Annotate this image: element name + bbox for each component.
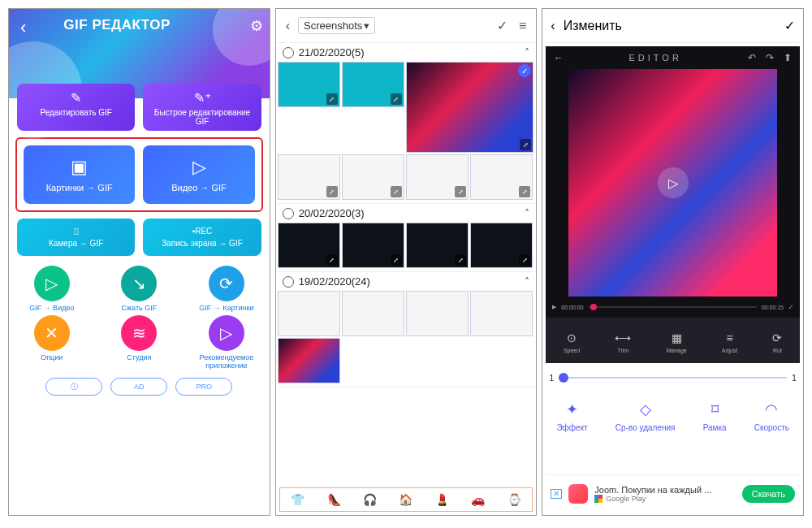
editor-title: EDITOR [629,53,682,63]
ed-tool-speed[interactable]: ⊙Speed [564,331,580,353]
emoji-watch[interactable]: ⌚ [508,493,521,506]
folder-dropdown[interactable]: Screenshots ▾ [298,17,375,34]
editor-back-icon[interactable]: ← [554,53,563,63]
time-start: 00:00:00 [561,305,583,310]
settings-icon[interactable]: ⚙ [250,17,263,35]
screenrec-to-gif-card[interactable]: ▪REC Запись экрана → GIF [143,219,261,256]
thumbnail[interactable]: ⤢ [342,223,404,268]
chevron-up-icon[interactable]: ˄ [525,276,529,288]
timeline[interactable]: ▶ 00:00:00 00:00:15 ⤢ [546,296,800,318]
thumbnail-selected[interactable]: ✓⤢ [406,62,533,153]
ed-tool-manage[interactable]: ▦Manage [666,331,686,353]
pen-icon: ✎ [71,90,81,106]
back-icon[interactable]: ‹ [283,15,293,37]
video-to-gif-card[interactable]: ▷ Видео → GIF [143,145,254,204]
images-to-gif-card[interactable]: ▣ Картинки → GIF [24,145,135,204]
thumbnail[interactable]: ⤢ [342,154,404,200]
category-emoji-bar[interactable]: 👕 👠 🎧 🏠 💄 🚗 ⌚ [279,487,533,512]
time-end: 00:00:15 [762,305,784,310]
select-all-radio[interactable] [283,208,294,219]
circle-gif-to-images[interactable]: ⟳GIF → Картинки [185,266,268,312]
frame-icon: ⌑ [711,400,719,418]
thumbnail[interactable] [278,338,340,383]
ad-banner[interactable]: ✕ Joom. Покупки на каждый ... Google Pla… [546,474,800,512]
quick-edit-gif-card[interactable]: ✎⁺ Быстрое редактирование GIF [143,84,261,131]
circle-gif-to-video[interactable]: ▷GIF → Видео [11,266,93,312]
slider-track[interactable] [559,377,786,379]
select-all-radio[interactable] [283,47,294,58]
circle-recommended[interactable]: ▷Рекомендуемое приложение [185,315,268,370]
expand-icon[interactable]: ⤢ [391,254,402,266]
expand-icon[interactable]: ⤢ [519,186,530,197]
expand-icon[interactable]: ⤢ [391,186,402,197]
ed-tool-trim[interactable]: ⟷Trim [615,331,631,353]
thumbnail[interactable] [406,291,469,336]
tool-frame[interactable]: ⌑Рамка [703,400,727,432]
ed-tool-rotate[interactable]: ⟳Rot [772,331,782,353]
back-icon[interactable]: ‹ [551,19,555,33]
chevron-up-icon[interactable]: ˄ [525,208,529,219]
circle-compress-gif[interactable]: ↘Сжать GIF [98,266,181,312]
thumbnail[interactable]: ⤢ [470,154,533,200]
redo-icon[interactable]: ↷ [766,52,774,63]
edit-gif-card[interactable]: ✎ Редактировать GIF [17,84,135,131]
expand-icon[interactable]: ⤢ [519,254,530,266]
expand-icon[interactable]: ⤢ [391,93,402,105]
emoji-lipstick[interactable]: 💄 [435,493,449,506]
info-pill[interactable]: ⓘ [45,378,102,396]
confirm-icon[interactable]: ✓ [784,18,795,33]
back-icon[interactable]: ‹ [15,14,31,41]
emoji-shirt[interactable]: 👕 [291,493,304,506]
filter-icon[interactable]: ≡ [516,15,529,37]
thumbnail[interactable]: ⤢ [278,62,340,107]
frame-slider[interactable]: 1 1 [542,363,803,389]
expand-icon[interactable]: ⤢ [326,254,338,266]
thumbnail[interactable] [470,291,533,336]
play-icon[interactable]: ▶ [552,304,556,310]
confirm-icon[interactable]: ✓ [494,15,511,37]
ad-store: Google Play [606,495,646,503]
ed-tool-adjust[interactable]: ≡Adjust [722,331,737,353]
chevron-up-icon[interactable]: ˄ [525,47,529,58]
circle-options[interactable]: ✕Опции [11,315,93,370]
emoji-headphones[interactable]: 🎧 [363,493,377,506]
image-icon: ▣ [71,157,88,178]
rec-icon: ▪REC [192,227,213,236]
emoji-car[interactable]: 🚗 [471,493,485,506]
expand-icon[interactable]: ⤢ [326,93,338,105]
tool-speed[interactable]: ◠Скорость [754,400,789,432]
play-button[interactable]: ▷ [658,167,689,198]
preview-canvas[interactable]: ▷ [568,69,777,296]
tool-effect[interactable]: ✦Эффект [556,400,587,432]
thumbnail[interactable]: ⤢ [278,223,340,268]
emoji-shoe[interactable]: 👠 [327,493,341,506]
expand-icon[interactable]: ⤢ [520,139,531,150]
thumbnail[interactable]: ⤢ [470,223,533,268]
thumbnail[interactable]: ⤢ [278,154,340,200]
camera-to-gif-card[interactable]: ⌷ Камера → GIF [17,219,135,256]
circle-studio[interactable]: ≋Студия [98,315,181,370]
ad-close-icon[interactable]: ✕ [551,489,562,499]
tool-eraser[interactable]: ◇Ср-во удаления [615,400,676,432]
thumbnail[interactable]: ⤢ [406,223,469,268]
thumbnail[interactable]: ⤢ [342,62,404,107]
timeline-track[interactable] [589,306,757,308]
fullscreen-icon[interactable]: ⤢ [788,304,793,310]
select-all-radio[interactable] [283,276,294,288]
thumbnail[interactable]: ⤢ [406,154,469,200]
pro-pill[interactable]: PRO [175,378,232,396]
expand-icon[interactable]: ⤢ [326,186,338,197]
expand-icon[interactable]: ⤢ [455,254,466,266]
undo-icon[interactable]: ↶ [748,52,756,63]
group-header[interactable]: 21/02/2020(5) ˄ [276,43,537,62]
ad-download-button[interactable]: Скачать [742,485,795,503]
thumbnail[interactable] [342,291,404,336]
group-label: 19/02/2020(24) [299,275,370,288]
group-header[interactable]: 20/02/2020(3) ˄ [276,204,537,223]
thumbnail[interactable] [278,291,340,336]
export-icon[interactable]: ⬆ [784,52,792,63]
expand-icon[interactable]: ⤢ [455,186,466,197]
emoji-house[interactable]: 🏠 [399,493,412,506]
ad-pill[interactable]: AD [110,378,167,396]
group-header[interactable]: 19/02/2020(24) ˄ [276,272,537,291]
